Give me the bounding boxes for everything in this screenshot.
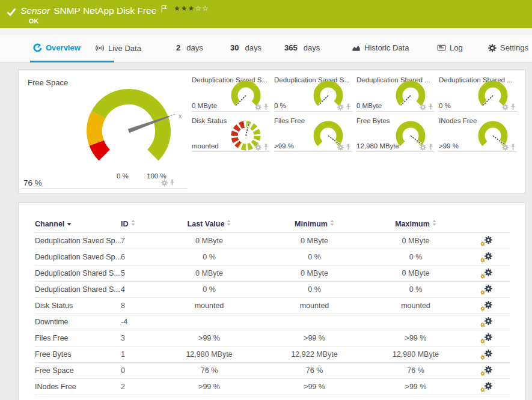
gauge-tile: Deduplication Saved S... 0 MByte: [192, 74, 270, 112]
cell-channel[interactable]: Files Free: [35, 330, 121, 347]
channel-settings-button[interactable]: [480, 350, 492, 359]
tile-gear-icon[interactable]: [337, 144, 344, 151]
tile-gear-icon[interactable]: [502, 144, 509, 151]
tab-log[interactable]: Log: [437, 43, 463, 52]
sort-both-icon: [330, 220, 334, 226]
cell-last-value: 0 %: [158, 282, 260, 298]
col-header-maximum[interactable]: Maximum: [368, 220, 463, 233]
tab-historic-data[interactable]: Historic Data: [352, 43, 409, 52]
gauge-tile: INodes Free >99 %: [439, 115, 517, 152]
channel-settings-button[interactable]: [480, 268, 492, 278]
gear-small-icon: [480, 339, 485, 344]
channel-settings-button[interactable]: [480, 252, 492, 262]
cell-id: 0: [121, 363, 158, 379]
tab-settings[interactable]: Settings: [488, 43, 528, 52]
cell-channel[interactable]: Deduplication Shared S...: [35, 282, 121, 298]
cell-minimum: >99 %: [260, 379, 368, 395]
tile-gear-icon[interactable]: [161, 180, 168, 186]
tab-2-days[interactable]: 2 days: [176, 43, 203, 52]
cell-maximum: mounted: [368, 298, 463, 314]
cell-last-value: 76 %: [158, 363, 260, 379]
cell-minimum: >99 %: [260, 330, 368, 347]
cell-channel[interactable]: Deduplication Saved Sp...: [35, 249, 121, 265]
cell-id: 5: [121, 265, 158, 282]
table-row: Disk Status 8 mounted mounted mounted: [35, 298, 510, 314]
gauge-scale-min: 0 %: [117, 172, 129, 180]
gear-small-icon: [480, 355, 485, 360]
channel-settings-button[interactable]: [480, 366, 492, 375]
tile-value: mounted: [192, 142, 219, 150]
gauge-tile: Deduplication Saved S... 0 %: [274, 74, 352, 112]
cell-minimum: mounted: [260, 298, 368, 314]
gear-small-icon: [480, 241, 485, 246]
channel-settings-button[interactable]: [480, 317, 492, 327]
cell-last-value: 12,980 MByte: [158, 347, 260, 363]
cell-channel[interactable]: Free Space: [35, 363, 121, 379]
cell-channel[interactable]: Deduplication Saved Sp...: [35, 233, 121, 249]
tile-gear-icon[interactable]: [337, 104, 344, 111]
priority-stars[interactable]: ★★★☆☆: [174, 4, 209, 13]
cell-id: 1: [121, 347, 158, 363]
cell-id: -4: [121, 314, 158, 330]
tile-pin-icon[interactable]: [346, 103, 351, 111]
channel-settings-button[interactable]: [480, 333, 492, 343]
gear-icon: [485, 350, 492, 357]
tile-pin-icon[interactable]: [428, 144, 433, 151]
cell-channel[interactable]: INodes Free: [35, 379, 121, 395]
tile-pin-icon[interactable]: [346, 144, 351, 151]
channel-settings-button[interactable]: [480, 382, 492, 392]
tile-pin-icon[interactable]: [263, 144, 269, 151]
cell-channel[interactable]: Disk Status: [35, 298, 121, 314]
cell-channel[interactable]: Deduplication Shared S...: [35, 265, 121, 282]
tile-pin-icon[interactable]: [170, 179, 175, 186]
cell-last-value: 0 %: [158, 249, 260, 265]
col-header-id[interactable]: ID: [121, 220, 158, 233]
tile-gear-icon[interactable]: [420, 144, 426, 151]
tile-gear-icon[interactable]: [255, 144, 261, 151]
tile-gear-icon[interactable]: [420, 104, 426, 111]
table-row: Deduplication Shared S... 5 0 MByte 0 MB…: [35, 265, 510, 282]
gear-small-icon: [480, 387, 485, 392]
gauge-icon: [33, 43, 42, 52]
gear-small-icon: [480, 258, 485, 262]
gauge-title: Free Space: [28, 78, 68, 87]
channel-settings-button[interactable]: [480, 301, 492, 311]
channel-settings-button[interactable]: [480, 236, 492, 246]
tile-pin-icon[interactable]: [263, 103, 269, 111]
priority-stars-filled[interactable]: ★★★: [174, 4, 195, 13]
live-data-icon: [95, 43, 105, 53]
cell-maximum: 0 MByte: [368, 265, 463, 282]
object-kind-label: Sensor: [20, 5, 50, 16]
cell-channel[interactable]: Free Bytes: [35, 347, 121, 363]
cell-id: 3: [121, 330, 158, 347]
tab-bar: Overview Live Data 2 days 30 days 365 da…: [0, 35, 532, 62]
tile-pin-icon[interactable]: [510, 144, 516, 151]
priority-stars-empty[interactable]: ☆☆: [195, 4, 209, 13]
cell-minimum: 0 MByte: [260, 265, 368, 282]
priority-flag-icon[interactable]: [161, 5, 167, 13]
tab-30-days[interactable]: 30 days: [230, 43, 261, 52]
tab-365-days[interactable]: 365 days: [284, 43, 320, 52]
cell-channel[interactable]: Downtime: [35, 314, 121, 330]
gear-small-icon: [480, 274, 485, 279]
cell-id: 2: [121, 379, 158, 395]
gauge-tile: Free Bytes 12,980 MByte: [356, 115, 435, 152]
col-header-minimum[interactable]: Minimum: [260, 220, 368, 233]
tile-pin-icon[interactable]: [428, 103, 433, 111]
tab-live-data[interactable]: Live Data: [95, 43, 141, 53]
table-row: Files Free 3 >99 % >99 % >99 %: [35, 330, 510, 347]
col-header-last-value[interactable]: Last Value: [158, 220, 260, 233]
cell-minimum: 76 %: [260, 363, 368, 379]
tile-gear-icon[interactable]: [255, 104, 261, 111]
cell-maximum: 12,980 MByte: [368, 347, 463, 363]
tile-gear-icon[interactable]: [502, 104, 509, 111]
tile-pin-icon[interactable]: [510, 103, 516, 111]
tab-30-days-label: days: [245, 43, 261, 52]
gauge-tile: Files Free >99 %: [274, 115, 352, 152]
tab-365-days-num: 365: [284, 43, 298, 52]
tab-overview[interactable]: Overview: [33, 43, 81, 52]
col-header-channel[interactable]: Channel: [35, 220, 121, 233]
cell-maximum: 0 %: [368, 249, 463, 265]
channel-settings-button[interactable]: [480, 285, 492, 294]
cell-id: 8: [121, 298, 158, 314]
